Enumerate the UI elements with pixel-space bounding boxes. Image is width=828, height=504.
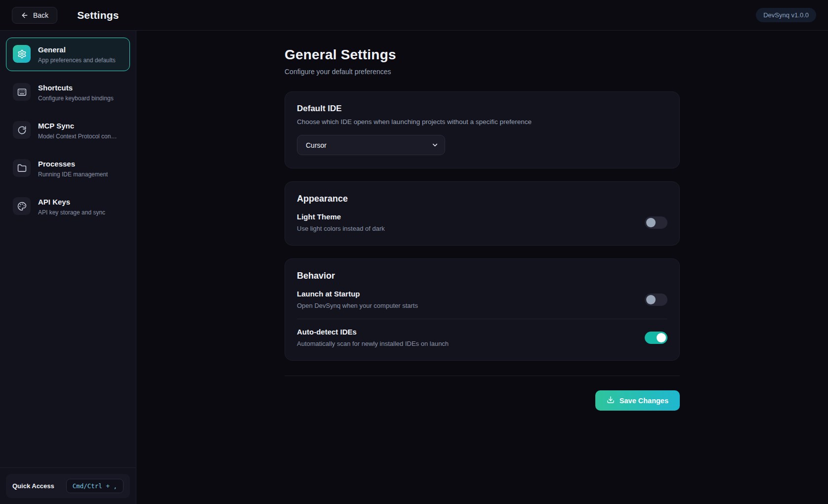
page-title: Settings — [77, 9, 119, 21]
sidebar-item-description: API key storage and sync — [38, 209, 105, 216]
default-ide-select-wrap: Cursor — [297, 135, 445, 155]
back-button[interactable]: Back — [12, 7, 57, 24]
arrow-left-icon — [21, 11, 29, 19]
auto-detect-ides-row: Auto-detect IDEs Automatically scan for … — [297, 328, 667, 347]
sidebar-item-label: Processes — [38, 159, 108, 168]
quick-access-shortcut: Cmd/Ctrl + , — [66, 479, 124, 493]
quick-access-label: Quick Access — [12, 482, 54, 490]
palette-icon — [13, 197, 31, 215]
main-area: General Settings Configure your default … — [136, 31, 828, 504]
quick-access-panel: Quick Access Cmd/Ctrl + , — [6, 474, 130, 498]
sidebar-item-description: Model Context Protocol con… — [38, 133, 117, 140]
sidebar-item-api-keys[interactable]: API Keys API key storage and sync — [6, 190, 130, 223]
sidebar-item-description: App preferences and defaults — [38, 57, 116, 64]
launch-at-startup-toggle[interactable] — [645, 294, 667, 306]
back-button-label: Back — [33, 11, 48, 19]
default-ide-title: Default IDE — [297, 104, 667, 114]
sidebar-item-label: API Keys — [38, 197, 105, 206]
sidebar-nav: General App preferences and defaults Sho… — [0, 31, 136, 230]
launch-at-startup-label: Launch at Startup — [297, 290, 418, 298]
version-badge: DevSynq v1.0.0 — [756, 8, 816, 22]
section-heading: General Settings — [285, 47, 680, 63]
sidebar-item-label: General — [38, 45, 116, 54]
default-ide-select[interactable]: Cursor — [297, 135, 445, 155]
download-icon — [607, 396, 615, 405]
default-ide-description: Choose which IDE opens when launching pr… — [297, 118, 667, 126]
layout: General App preferences and defaults Sho… — [0, 31, 828, 504]
sync-icon — [13, 121, 31, 139]
sidebar-item-shortcuts[interactable]: Shortcuts Configure keyboard bindings — [6, 76, 130, 109]
launch-at-startup-row: Launch at Startup Open DevSynq when your… — [297, 290, 667, 309]
gear-icon — [13, 45, 31, 63]
default-ide-card: Default IDE Choose which IDE opens when … — [285, 91, 680, 168]
sidebar-item-processes[interactable]: Processes Running IDE management — [6, 152, 130, 185]
light-theme-row: Light Theme Use light colors instead of … — [297, 212, 667, 232]
sidebar-item-description: Running IDE management — [38, 171, 108, 178]
save-changes-label: Save Changes — [620, 397, 668, 405]
light-theme-toggle[interactable] — [645, 216, 667, 229]
sidebar: General App preferences and defaults Sho… — [0, 31, 136, 504]
appearance-card: Appearance Light Theme Use light colors … — [285, 181, 680, 246]
auto-detect-ides-toggle[interactable] — [645, 332, 667, 344]
sidebar-item-description: Configure keyboard bindings — [38, 95, 114, 102]
sidebar-footer: Quick Access Cmd/Ctrl + , — [0, 467, 136, 504]
sidebar-item-label: Shortcuts — [38, 83, 114, 92]
save-changes-button[interactable]: Save Changes — [595, 390, 680, 411]
actions-bar: Save Changes — [285, 376, 680, 411]
light-theme-description: Use light colors instead of dark — [297, 225, 385, 232]
keyboard-icon — [13, 83, 31, 101]
folder-icon — [13, 159, 31, 177]
sidebar-item-mcp-sync[interactable]: MCP Sync Model Context Protocol con… — [6, 114, 130, 147]
auto-detect-ides-description: Automatically scan for newly installed I… — [297, 340, 449, 347]
section-subtitle: Configure your default preferences — [285, 68, 680, 76]
behavior-title: Behavior — [297, 271, 667, 281]
behavior-card: Behavior Launch at Startup Open DevSynq … — [285, 258, 680, 361]
launch-at-startup-description: Open DevSynq when your computer starts — [297, 302, 418, 309]
appearance-title: Appearance — [297, 194, 667, 204]
sidebar-item-label: MCP Sync — [38, 121, 117, 130]
auto-detect-ides-label: Auto-detect IDEs — [297, 328, 449, 336]
topbar: Back Settings DevSynq v1.0.0 — [0, 0, 828, 31]
settings-content: General Settings Configure your default … — [285, 31, 680, 411]
light-theme-label: Light Theme — [297, 212, 385, 221]
row-divider — [297, 319, 667, 319]
sidebar-item-general[interactable]: General App preferences and defaults — [6, 38, 130, 71]
